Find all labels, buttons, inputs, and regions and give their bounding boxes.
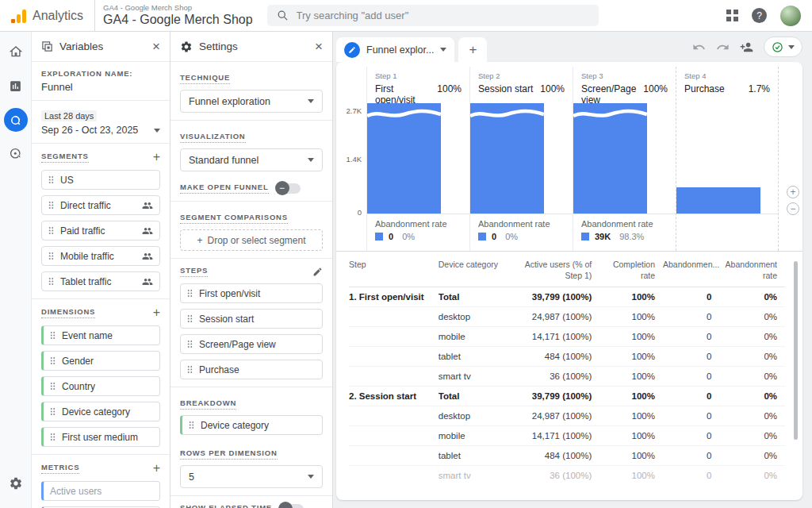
saved-status-button[interactable] (764, 37, 802, 57)
analytics-brand[interactable]: Analytics (0, 9, 94, 23)
zoom-in-icon[interactable]: + (787, 186, 799, 198)
rows-per-dimension-select[interactable]: 5 (180, 465, 323, 488)
reports-icon[interactable] (4, 74, 28, 98)
cell-completion-rate: 100% (599, 307, 663, 327)
home-icon[interactable] (4, 40, 28, 64)
drag-handle-icon (48, 175, 54, 184)
help-icon[interactable]: ? (752, 8, 767, 23)
elapsed-time-toggle[interactable]: − (280, 504, 304, 508)
cell-active-users: 14,171 (100%) (515, 426, 599, 446)
col-header-step[interactable]: Step (349, 252, 439, 287)
search-bar[interactable] (267, 5, 599, 26)
technique-select[interactable]: Funnel exploration (180, 90, 323, 113)
metrics-section: METRICS + Active users Event count (32, 455, 170, 508)
funnel-step-column[interactable]: Step 2 Session start 100% (469, 67, 573, 251)
cell-abandonments: 0 (663, 327, 720, 347)
cell-step (349, 426, 439, 446)
table-scrollbar[interactable] (794, 261, 798, 440)
legend-square-icon (375, 233, 383, 241)
cell-device: tablet (439, 347, 515, 367)
check-circle-icon (772, 41, 783, 53)
col-header-completion-rate[interactable]: Completion rate (599, 252, 663, 287)
col-header-device-category[interactable]: Device category (439, 252, 515, 287)
edit-steps-pencil-icon[interactable] (312, 267, 323, 277)
add-segment-icon[interactable]: + (153, 151, 160, 164)
cell-abandonment-rate: 0% (720, 287, 786, 307)
segment-chip[interactable]: Mobile traffic (41, 246, 160, 266)
apps-grid-icon[interactable] (726, 10, 738, 21)
dimension-chip[interactable]: First user medium (41, 427, 160, 447)
add-dimension-icon[interactable]: + (153, 306, 160, 319)
drop-segment-zone[interactable]: + Drop or select segment (180, 229, 323, 251)
close-settings-icon[interactable]: × (315, 40, 323, 53)
cell-abandonments: 0 (663, 367, 720, 387)
settings-gear-icon (180, 40, 193, 53)
date-preset-chip[interactable]: Last 28 days (41, 110, 97, 121)
chevron-down-icon (308, 475, 314, 479)
y-tick: 0 (358, 208, 362, 217)
cell-completion-rate: 100% (599, 327, 663, 347)
redo-icon[interactable] (716, 40, 730, 54)
cell-abandonment-rate: 0% (720, 446, 786, 466)
funnel-bar[interactable] (676, 187, 760, 214)
tab-funnel-exploration[interactable]: Funnel explor... (336, 37, 454, 62)
step-percentage: 100% (540, 83, 565, 94)
undo-icon[interactable] (692, 40, 706, 54)
chevron-down-icon (440, 48, 446, 52)
add-metric-icon[interactable]: + (153, 462, 160, 475)
funnel-step-column[interactable]: Step 1 First open/visit 100% (366, 67, 469, 251)
ga4-app: Analytics GA4 - Google Merch Shop GA4 - … (0, 0, 812, 508)
date-range-section[interactable]: Last 28 days Sep 26 - Oct 23, 2025 (32, 101, 170, 144)
dimension-chip[interactable]: Device category (41, 402, 160, 421)
cell-active-users: 39,799 (100%) (515, 387, 599, 406)
breakdown-chip[interactable]: Device category (180, 415, 323, 435)
col-header-active-users[interactable]: Active users (% of Step 1) (515, 252, 599, 287)
drag-handle-icon (187, 340, 193, 348)
segment-chip-label: Tablet traffic (60, 276, 111, 287)
explore-icon[interactable] (4, 108, 28, 132)
funnel-step-column[interactable]: Step 4 Purchase 1.7% (676, 67, 779, 251)
funnel-chart: 2.7K 1.4K 0 Step 1 First open/visit (336, 62, 802, 251)
step-chip[interactable]: Session start (180, 309, 323, 329)
zoom-out-icon[interactable]: − (787, 202, 799, 215)
share-user-icon[interactable] (740, 40, 753, 54)
col-header-abandonments[interactable]: Abandonmen... (663, 252, 720, 287)
exploration-name-value[interactable]: Funnel (41, 81, 160, 93)
segment-chip[interactable]: Direct traffic (41, 195, 160, 215)
funnel-table-header: Step Device category Active users (% of … (349, 252, 785, 287)
metric-chip[interactable]: Active users (41, 481, 160, 501)
col-header-abandonment-rate[interactable]: Abandonment rate (720, 252, 786, 287)
segment-chip[interactable]: Tablet traffic (41, 271, 160, 291)
visualization-select[interactable]: Standard funnel (180, 148, 323, 171)
admin-gear-icon[interactable] (4, 471, 28, 495)
search-input[interactable] (297, 10, 589, 21)
funnel-step-column[interactable]: Step 3 Screen/Page view 100% (573, 67, 676, 251)
dimension-chip[interactable]: Country (41, 376, 160, 396)
close-variables-icon[interactable]: × (152, 40, 160, 53)
analytics-logo-icon (11, 9, 26, 23)
cell-completion-rate: 100% (599, 367, 663, 387)
step-percentage: 1.7% (749, 83, 770, 94)
step-chip[interactable]: Screen/Page view (180, 334, 323, 354)
segment-chip[interactable]: US (41, 170, 160, 190)
variables-panel: Variables × EXPLORATION NAME: Funnel Las… (32, 32, 170, 508)
step-name: First open/visit (375, 83, 434, 106)
advertising-icon[interactable] (4, 142, 28, 166)
account-switcher[interactable]: GA4 - Google Merch Shop GA4 - Google Mer… (95, 4, 253, 26)
avatar[interactable] (780, 6, 801, 26)
settings-title: Settings (199, 40, 238, 52)
dimension-chip[interactable]: Gender (41, 351, 160, 371)
segments-list: US Direct traffic (41, 170, 160, 291)
steps-list: First open/visit Session start Screen/Pa… (180, 283, 323, 379)
open-funnel-toggle[interactable]: − (277, 183, 301, 194)
people-icon (142, 225, 153, 237)
segment-chip[interactable]: Paid traffic (41, 221, 160, 241)
cell-active-users: 24,987 (100%) (515, 406, 599, 426)
cell-abandonments: 0 (663, 347, 720, 367)
cell-device: smart tv (439, 367, 515, 387)
step-chip[interactable]: Purchase (180, 360, 323, 379)
dimension-chip[interactable]: Event name (41, 325, 160, 345)
new-tab-button[interactable]: + (458, 37, 487, 62)
cell-abandonments: 0 (663, 287, 720, 307)
step-chip[interactable]: First open/visit (180, 283, 323, 303)
